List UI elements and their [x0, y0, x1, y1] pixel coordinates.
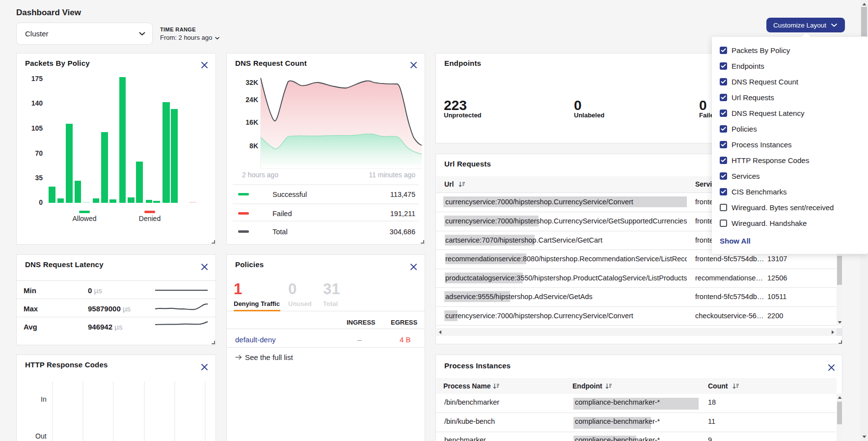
- svg-text:70: 70: [35, 149, 43, 157]
- svg-text:8K: 8K: [249, 142, 258, 150]
- svg-text:Failed: Failed: [272, 210, 292, 218]
- svg-text:16K: 16K: [245, 118, 258, 126]
- svg-text:105: 105: [31, 124, 43, 132]
- svg-text:35: 35: [35, 174, 43, 182]
- svg-text:140: 140: [31, 99, 43, 107]
- svg-text:175: 175: [31, 75, 43, 83]
- svg-text:24K: 24K: [245, 96, 258, 104]
- svg-text:Total: Total: [272, 228, 288, 236]
- svg-text:Allowed: Allowed: [72, 215, 96, 222]
- svg-text:Successful: Successful: [272, 191, 307, 198]
- svg-text:Denied: Denied: [139, 215, 161, 222]
- svg-text:191,211: 191,211: [390, 210, 415, 218]
- svg-text:113,475: 113,475: [390, 191, 415, 198]
- svg-text:32K: 32K: [245, 79, 258, 86]
- svg-text:304,686: 304,686: [390, 228, 415, 236]
- svg-text:2 hours ago: 2 hours ago: [242, 171, 278, 179]
- svg-text:Out: Out: [35, 432, 47, 440]
- svg-text:In: In: [41, 395, 47, 403]
- svg-text:0: 0: [39, 198, 43, 206]
- svg-text:11 minutes ago: 11 minutes ago: [369, 171, 415, 179]
